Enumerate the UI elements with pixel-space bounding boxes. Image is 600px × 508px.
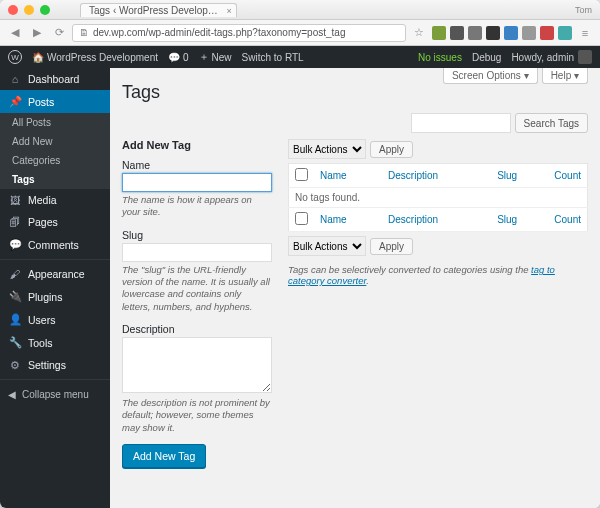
col-description-foot[interactable]: Description <box>388 214 438 225</box>
extension-icon[interactable] <box>558 26 572 40</box>
col-name[interactable]: Name <box>320 170 347 181</box>
content-area: Screen Options ▾ Help ▾ Tags Search Tags… <box>110 68 600 508</box>
tag-list-column: Bulk Actions Apply Name Description Slug… <box>288 139 588 468</box>
dashboard-icon: ⌂ <box>8 73 22 85</box>
extension-icon[interactable] <box>468 26 482 40</box>
menu-tools[interactable]: 🔧Tools <box>0 331 110 354</box>
search-tags-button[interactable]: Search Tags <box>515 113 588 133</box>
table-row-empty: No tags found. <box>289 188 588 208</box>
plug-icon: 🔌 <box>8 290 22 303</box>
tags-table: Name Description Slug Count No tags foun… <box>288 163 588 232</box>
description-desc: The description is not prominent by defa… <box>122 397 272 434</box>
menu-appearance[interactable]: 🖌Appearance <box>0 263 110 285</box>
tag-description-input[interactable] <box>122 337 272 393</box>
site-name-link[interactable]: 🏠 WordPress Development <box>32 52 158 63</box>
tag-slug-input[interactable] <box>122 243 272 262</box>
menu-settings[interactable]: ⚙Settings <box>0 354 110 376</box>
bulk-actions-top[interactable]: Bulk Actions <box>288 139 366 159</box>
submenu-add-new[interactable]: Add New <box>0 132 110 151</box>
name-desc: The name is how it appears on your site. <box>122 194 272 219</box>
page-icon: 🗎 <box>79 27 89 38</box>
media-icon: 🖼 <box>8 194 22 206</box>
gear-icon: ⚙ <box>8 359 22 371</box>
extension-icon[interactable] <box>540 26 554 40</box>
browser-tab[interactable]: Tags ‹ WordPress Develop… × <box>80 3 237 17</box>
col-description[interactable]: Description <box>388 170 438 181</box>
new-content-link[interactable]: ＋ New <box>199 50 232 64</box>
browser-toolbar: ◀ ▶ ⟳ 🗎 dev.wp.com/wp-admin/edit-tags.ph… <box>0 20 600 46</box>
tag-search-input[interactable] <box>411 113 511 133</box>
no-issues-label[interactable]: No issues <box>418 52 462 63</box>
url-bar[interactable]: 🗎 dev.wp.com/wp-admin/edit-tags.php?taxo… <box>72 24 406 42</box>
select-all-top[interactable] <box>295 168 308 181</box>
collapse-menu[interactable]: ◀Collapse menu <box>0 383 110 406</box>
window-minimize[interactable] <box>24 5 34 15</box>
pin-icon: 📌 <box>8 95 22 108</box>
col-name-foot[interactable]: Name <box>320 214 347 225</box>
users-icon: 👤 <box>8 313 22 326</box>
close-tab-icon[interactable]: × <box>226 6 231 16</box>
bulk-apply-top[interactable]: Apply <box>370 141 413 158</box>
submenu-categories[interactable]: Categories <box>0 151 110 170</box>
browser-user-label: Tom <box>575 5 592 15</box>
col-slug[interactable]: Slug <box>497 170 517 181</box>
screen-options-tab[interactable]: Screen Options ▾ <box>443 68 538 84</box>
pages-icon: 🗐 <box>8 216 22 228</box>
add-new-tag-button[interactable]: Add New Tag <box>122 444 206 468</box>
slug-label: Slug <box>122 229 272 241</box>
avatar <box>578 50 592 64</box>
wordpress-logo-icon[interactable]: W <box>8 50 22 64</box>
page-title: Tags <box>122 82 588 103</box>
nav-back-icon[interactable]: ◀ <box>6 24 24 42</box>
browser-tab-title: Tags ‹ WordPress Develop… <box>89 5 218 16</box>
col-count-foot[interactable]: Count <box>554 214 581 225</box>
switch-rtl-link[interactable]: Switch to RTL <box>242 52 304 63</box>
menu-posts[interactable]: 📌Posts <box>0 90 110 113</box>
name-label: Name <box>122 159 272 171</box>
form-heading: Add New Tag <box>122 139 272 151</box>
browser-titlebar: Tags ‹ WordPress Develop… × Tom <box>0 0 600 20</box>
menu-comments[interactable]: 💬Comments <box>0 233 110 256</box>
bulk-actions-bottom[interactable]: Bulk Actions <box>288 236 366 256</box>
extension-icon[interactable] <box>522 26 536 40</box>
window-zoom[interactable] <box>40 5 50 15</box>
convert-note: Tags can be selectively converted to cat… <box>288 264 588 286</box>
slug-desc: The "slug" is the URL-friendly version o… <box>122 264 272 313</box>
menu-media[interactable]: 🖼Media <box>0 189 110 211</box>
bulk-apply-bottom[interactable]: Apply <box>370 238 413 255</box>
col-count[interactable]: Count <box>554 170 581 181</box>
debug-link[interactable]: Debug <box>472 52 501 63</box>
window-close[interactable] <box>8 5 18 15</box>
extension-icon[interactable] <box>504 26 518 40</box>
extension-icon[interactable] <box>450 26 464 40</box>
howdy-link[interactable]: Howdy, admin <box>511 50 592 64</box>
admin-sidebar: ⌂Dashboard 📌Posts All Posts Add New Cate… <box>0 68 110 508</box>
description-label: Description <box>122 323 272 335</box>
nav-reload-icon[interactable]: ⟳ <box>50 24 68 42</box>
extension-icon[interactable] <box>432 26 446 40</box>
help-tab[interactable]: Help ▾ <box>542 68 588 84</box>
collapse-icon: ◀ <box>8 389 16 400</box>
extension-icons <box>432 26 572 40</box>
menu-users[interactable]: 👤Users <box>0 308 110 331</box>
url-text: dev.wp.com/wp-admin/edit-tags.php?taxono… <box>93 27 345 38</box>
bookmark-icon[interactable]: ☆ <box>410 24 428 42</box>
menu-plugins[interactable]: 🔌Plugins <box>0 285 110 308</box>
select-all-bottom[interactable] <box>295 212 308 225</box>
add-tag-form: Add New Tag Name The name is how it appe… <box>122 139 272 468</box>
brush-icon: 🖌 <box>8 268 22 280</box>
extension-icon[interactable] <box>486 26 500 40</box>
comments-icon: 💬 <box>8 238 22 251</box>
no-tags-message: No tags found. <box>289 188 588 208</box>
menu-dashboard[interactable]: ⌂Dashboard <box>0 68 110 90</box>
comments-link[interactable]: 💬 0 <box>168 52 189 63</box>
menu-pages[interactable]: 🗐Pages <box>0 211 110 233</box>
col-slug-foot[interactable]: Slug <box>497 214 517 225</box>
nav-forward-icon[interactable]: ▶ <box>28 24 46 42</box>
wrench-icon: 🔧 <box>8 336 22 349</box>
submenu-tags[interactable]: Tags <box>0 170 110 189</box>
tag-name-input[interactable] <box>122 173 272 192</box>
wp-admin-bar: W 🏠 WordPress Development 💬 0 ＋ New Swit… <box>0 46 600 68</box>
submenu-all-posts[interactable]: All Posts <box>0 113 110 132</box>
browser-menu-icon[interactable]: ≡ <box>576 24 594 42</box>
